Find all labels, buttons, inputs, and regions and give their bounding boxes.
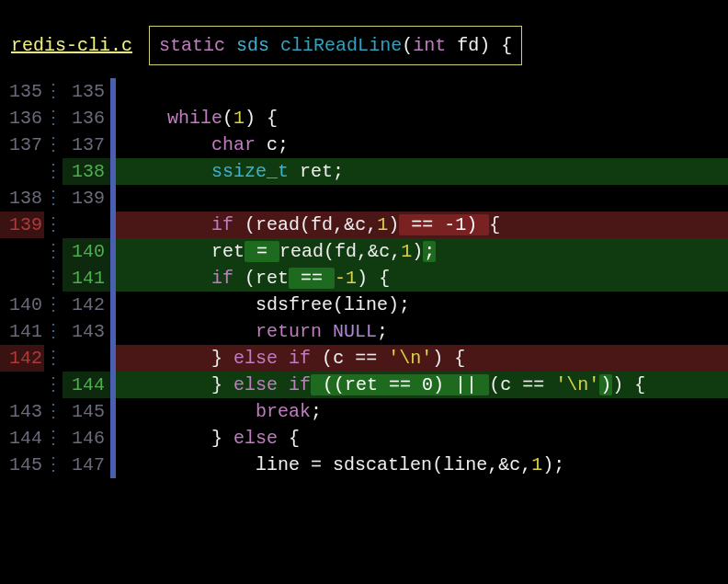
old-line-number (0, 158, 44, 185)
code-cell: char c; (116, 132, 728, 158)
diff-row[interactable]: 143⋮145 break; (0, 398, 728, 425)
gutter-separator: ⋮ (44, 78, 63, 105)
diff-row[interactable]: 137⋮137 char c; (0, 132, 728, 158)
keyword-static: static (159, 35, 225, 56)
code-cell: } else { (116, 425, 728, 452)
old-line-number: 144 (0, 425, 44, 452)
new-line-number: 143 (63, 318, 110, 345)
code-cell: sdsfree(line); (116, 292, 728, 318)
diff-row[interactable]: 135⋮135 (0, 78, 728, 105)
new-line-number: 142 (63, 292, 110, 318)
paren-open: ( (402, 35, 413, 56)
code-cell: } else if (c == '\n') { (116, 345, 728, 372)
old-line-number: 136 (0, 105, 44, 132)
code-cell: if (read(fd,&c,1) == -1) { (116, 212, 728, 238)
diff-row[interactable]: ⋮138 ssize_t ret; (0, 158, 728, 185)
gutter-separator: ⋮ (44, 212, 63, 238)
new-line-number: 138 (63, 158, 110, 185)
new-line-number: 146 (63, 425, 110, 452)
brace-open: { (501, 35, 512, 56)
type-int: int (413, 35, 446, 56)
code-cell: line = sdscatlen(line,&c,1); (116, 452, 728, 478)
diff-row[interactable]: ⋮144 } else if ((ret == 0) || (c == '\n'… (0, 372, 728, 398)
gutter-separator: ⋮ (44, 372, 63, 398)
diff-row[interactable]: 140⋮142 sdsfree(line); (0, 292, 728, 318)
arg-fd: fd (457, 35, 479, 56)
old-line-number (0, 372, 44, 398)
gutter-separator: ⋮ (44, 265, 63, 292)
code-cell: while(1) { (116, 105, 728, 132)
code-cell: break; (116, 398, 728, 425)
new-line-number: 144 (63, 372, 110, 398)
diff-row[interactable]: ⋮141 if (ret == -1) { (0, 265, 728, 292)
new-line-number: 139 (63, 185, 110, 212)
old-line-number: 142 (0, 345, 44, 372)
old-line-number (0, 238, 44, 265)
diff-row[interactable]: 138⋮139 (0, 185, 728, 212)
new-line-number (63, 212, 110, 238)
gutter-separator: ⋮ (44, 425, 63, 452)
code-cell (116, 78, 728, 105)
new-line-number (63, 345, 110, 372)
gutter-separator: ⋮ (44, 185, 63, 212)
old-line-number: 143 (0, 398, 44, 425)
gutter-separator: ⋮ (44, 292, 63, 318)
code-cell: } else if ((ret == 0) || (c == '\n')) { (116, 372, 728, 398)
new-line-number: 141 (63, 265, 110, 292)
diff-row[interactable]: 142⋮ } else if (c == '\n') { (0, 345, 728, 372)
file-name-link[interactable]: redis-cli.c (11, 32, 132, 59)
function-name: cliReadLine (280, 35, 402, 56)
type-sds: sds (236, 35, 269, 56)
new-line-number: 136 (63, 105, 110, 132)
diff-table: 135⋮135136⋮136 while(1) {137⋮137 char c;… (0, 78, 728, 478)
diff-row[interactable]: 136⋮136 while(1) { (0, 105, 728, 132)
old-line-number: 140 (0, 292, 44, 318)
old-line-number (0, 265, 44, 292)
old-line-number: 138 (0, 185, 44, 212)
gutter-separator: ⋮ (44, 158, 63, 185)
code-cell: ret = read(fd,&c,1); (116, 238, 728, 265)
new-line-number: 140 (63, 238, 110, 265)
diff-row[interactable]: 144⋮146 } else { (0, 425, 728, 452)
old-line-number: 141 (0, 318, 44, 345)
code-cell: ssize_t ret; (116, 158, 728, 185)
new-line-number: 137 (63, 132, 110, 158)
code-cell: return NULL; (116, 318, 728, 345)
gutter-separator: ⋮ (44, 238, 63, 265)
gutter-separator: ⋮ (44, 132, 63, 158)
new-line-number: 135 (63, 78, 110, 105)
gutter-separator: ⋮ (44, 318, 63, 345)
paren-close: ) (479, 35, 490, 56)
diff-row[interactable]: ⋮140 ret = read(fd,&c,1); (0, 238, 728, 265)
old-line-number: 139 (0, 212, 44, 238)
old-line-number: 137 (0, 132, 44, 158)
gutter-separator: ⋮ (44, 398, 63, 425)
gutter-separator: ⋮ (44, 345, 63, 372)
old-line-number: 145 (0, 452, 44, 478)
gutter-separator: ⋮ (44, 452, 63, 478)
code-cell: if (ret == -1) { (116, 265, 728, 292)
gutter-separator: ⋮ (44, 105, 63, 132)
diff-row[interactable]: 141⋮143 return NULL; (0, 318, 728, 345)
diff-row[interactable]: 139⋮ if (read(fd,&c,1) == -1) { (0, 212, 728, 238)
old-line-number: 135 (0, 78, 44, 105)
diff-row[interactable]: 145⋮147 line = sdscatlen(line,&c,1); (0, 452, 728, 478)
new-line-number: 147 (63, 452, 110, 478)
new-line-number: 145 (63, 398, 110, 425)
function-signature-box: static sds cliReadLine(int fd) { (149, 26, 522, 65)
code-cell (116, 185, 728, 212)
